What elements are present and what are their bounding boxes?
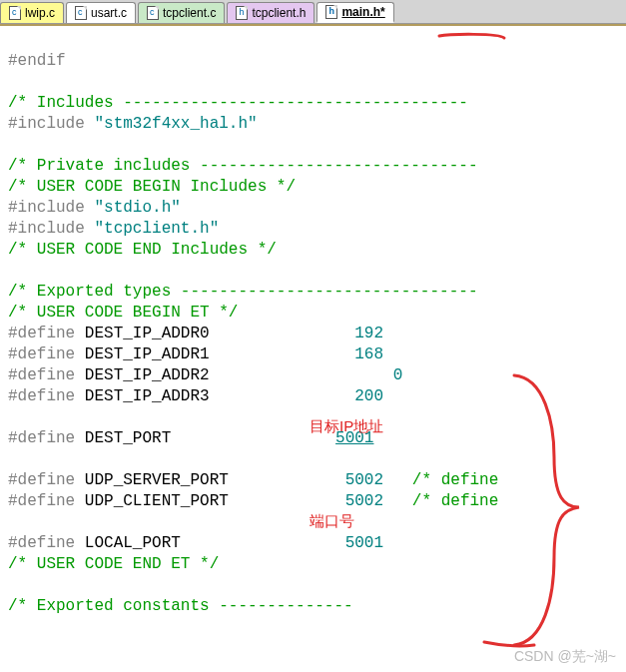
watermark: CSDN @芜~湖~ [514,648,616,666]
code-line: /* USER CODE END Includes */ [8,241,277,259]
code-token: DEST_IP_ADDR1 [75,345,343,363]
code-token: UDP_SERVER_PORT [75,471,343,489]
file-icon [9,6,21,20]
code-token: /* define [383,492,498,510]
code-token: 5001 [343,533,383,554]
code-token: /* define [383,471,498,489]
code-token: #define [8,325,75,342]
code-line: /* USER CODE END ET */ [8,555,219,573]
file-icon [325,5,337,19]
code-token: #include [8,220,94,238]
code-token: 168 [343,344,383,365]
code-token: #define [8,471,75,489]
code-line: /* Exported types ----------------------… [8,283,477,301]
code-token: DEST_IP_ADDR0 [75,325,343,342]
code-line: #endif [8,52,66,70]
code-token: #define [8,429,75,447]
code-token: #include [8,115,94,133]
tab-label: main.h* [341,5,384,19]
code-token: 0 [362,365,402,386]
code-token: "stm32f4xx_hal.h" [94,115,257,133]
code-line: /* USER CODE BEGIN Includes */ [8,178,296,196]
code-token: DEST_PORT [75,429,333,447]
file-icon [147,6,159,20]
code-line: /* USER CODE BEGIN ET */ [8,304,238,322]
tab-tcpclient-h[interactable]: tcpclient.h [227,2,314,23]
code-token: 200 [343,386,383,407]
tab-label: tcpclient.h [252,6,306,20]
tab-tcpclient-c[interactable]: tcpclient.c [138,2,225,23]
tab-label: lwip.c [25,6,55,20]
code-token: #define [8,492,75,510]
annotation-target-ip: 目标IP地址 [310,415,383,436]
tab-bar: lwip.c usart.c tcpclient.c tcpclient.h m… [0,0,626,24]
code-token: #include [8,199,94,217]
code-editor[interactable]: #endif /* Includes ---------------------… [0,24,626,672]
code-token: 5002 [343,491,383,512]
code-token: UDP_CLIENT_PORT [75,492,343,510]
code-token: 192 [343,324,383,344]
tab-label: usart.c [91,6,127,20]
code-line: /* Includes ----------------------------… [8,94,468,112]
code-token: #define [8,534,75,552]
code-token: DEST_IP_ADDR2 [75,366,362,384]
code-token: #define [8,345,75,363]
code-token: #define [8,387,75,405]
tab-lwip[interactable]: lwip.c [0,2,64,23]
code-line: /* Private includes --------------------… [8,157,477,175]
code-line: /* Exported constants -------------- [8,597,353,615]
code-token: DEST_IP_ADDR3 [75,387,343,405]
code-token: #define [8,366,75,384]
code-token: "stdio.h" [94,199,180,217]
tab-main-h[interactable]: main.h* [316,2,393,23]
annotation-port-no: 端口号 [310,510,354,531]
file-icon [236,6,248,20]
tab-usart[interactable]: usart.c [66,2,136,23]
tab-label: tcpclient.c [163,6,216,20]
code-token: "tcpclient.h" [94,220,219,238]
code-token: 5002 [343,470,383,491]
file-icon [75,6,87,20]
code-token: LOCAL_PORT [75,534,343,552]
